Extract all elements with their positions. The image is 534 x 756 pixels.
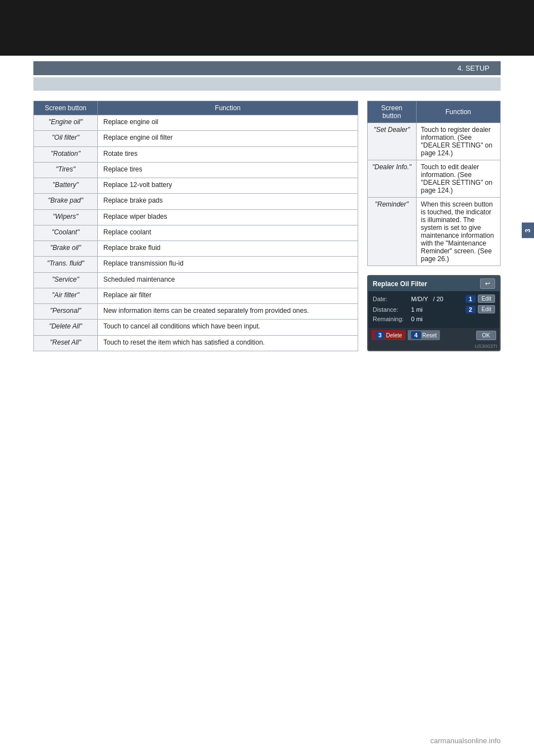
date-badge: 1: [466, 295, 476, 303]
right-table-row-1: "Dealer Info."Touch to edit dealer infor…: [368, 160, 501, 198]
left-row-function-0: Replace engine oil: [97, 115, 358, 131]
screen-body: Date: M/D/Y / 20 1 Edit Distance: 1 mi 2…: [368, 291, 500, 328]
left-row-function-6: Replace wiper blades: [97, 209, 358, 225]
left-row-function-9: Replace transmission flu-id: [97, 257, 358, 272]
side-tab: 3: [522, 223, 534, 238]
left-table-row-7: "Coolant"Replace coolant: [34, 225, 358, 240]
reset-label: Reset: [422, 332, 437, 338]
left-row-function-7: Replace coolant: [97, 225, 358, 240]
left-row-button-11: "Air filter": [34, 288, 98, 303]
left-row-function-12: New information items can be created sep…: [97, 304, 358, 320]
image-id: US3003TI: [368, 342, 500, 350]
left-table-row-1: "Oil filter"Replace engine oil filter: [34, 131, 358, 146]
left-table-row-11: "Air filter"Replace air filter: [34, 288, 358, 303]
left-row-button-4: "Battery": [34, 178, 98, 194]
left-table-row-14: "Reset All"Touch to reset the item which…: [34, 335, 358, 351]
reset-badge: 4: [411, 331, 421, 339]
left-row-button-10: "Service": [34, 272, 98, 288]
date-edit-button[interactable]: Edit: [478, 294, 495, 303]
right-row-button-1: "Dealer Info.": [368, 160, 417, 198]
right-table: Screen button Function "Set Dealer"Touch…: [367, 101, 501, 266]
screen-remaining-row: Remaining: 0 mi: [373, 316, 495, 322]
section-title: 4. SETUP: [457, 64, 490, 72]
left-table-row-6: "Wipers"Replace wiper blades: [34, 209, 358, 225]
section-header: 4. SETUP: [33, 61, 501, 75]
remaining-value: 0 mi: [411, 316, 495, 322]
right-row-button-0: "Set Dealer": [368, 123, 417, 160]
remaining-label: Remaining:: [373, 316, 409, 322]
left-row-function-4: Replace 12-volt battery: [97, 178, 358, 194]
left-row-button-1: "Oil filter": [34, 131, 98, 146]
screen-distance-row: Distance: 1 mi 2 Edit: [373, 305, 495, 313]
left-row-button-5: "Brake pad": [34, 194, 98, 209]
left-row-button-6: "Wipers": [34, 209, 98, 225]
right-row-function-1: Touch to edit dealer information. (See "…: [416, 160, 500, 198]
left-row-button-9: "Trans. fluid": [34, 257, 98, 272]
delete-label: Delete: [386, 332, 402, 338]
left-table-row-0: "Engine oil"Replace engine oil: [34, 115, 358, 131]
left-table-row-12: "Personal"New information items can be c…: [34, 304, 358, 320]
main-content: Screen button Function "Engine oil"Repla…: [33, 101, 501, 351]
left-row-function-14: Touch to reset the item which has satisf…: [97, 335, 358, 351]
reset-button[interactable]: 4 Reset: [408, 330, 440, 340]
screen-date-row: Date: M/D/Y / 20 1 Edit: [373, 294, 495, 303]
left-table-row-2: "Rotation"Rotate tires: [34, 146, 358, 162]
right-row-button-2: "Reminder": [368, 198, 417, 266]
left-table-row-3: "Tires"Replace tires: [34, 162, 358, 178]
right-row-function-2: When this screen button is touched, the …: [416, 198, 500, 266]
left-row-function-10: Scheduled maintenance: [97, 272, 358, 288]
left-row-function-1: Replace engine oil filter: [97, 131, 358, 146]
delete-button[interactable]: 3 Delete: [372, 330, 406, 340]
left-row-button-8: "Brake oil": [34, 241, 98, 257]
distance-badge: 2: [466, 306, 476, 313]
right-row-function-0: Touch to register dealer information. (S…: [416, 123, 500, 160]
right-table-row-0: "Set Dealer"Touch to register dealer inf…: [368, 123, 501, 160]
screen-footer: 3 Delete 4 Reset OK: [368, 328, 500, 342]
date-value: M/D/Y / 20: [411, 296, 463, 302]
bottom-logo: carmanualsonline.info: [431, 737, 501, 745]
left-table: Screen button Function "Engine oil"Repla…: [33, 101, 358, 351]
delete-badge: 3: [375, 331, 385, 339]
ok-button[interactable]: OK: [476, 331, 496, 340]
distance-label: Distance:: [373, 306, 409, 313]
left-row-button-2: "Rotation": [34, 146, 98, 162]
sub-header: [33, 77, 501, 91]
left-table-row-5: "Brake pad"Replace brake pads: [34, 194, 358, 209]
left-table-row-10: "Service"Scheduled maintenance: [34, 272, 358, 288]
screen-title: Replace Oil Filter: [373, 280, 427, 288]
right-section: Screen button Function "Set Dealer"Touch…: [367, 101, 501, 351]
left-col1-header: Screen button: [34, 101, 98, 115]
left-row-function-8: Replace brake fluid: [97, 241, 358, 257]
top-bar: [0, 0, 534, 56]
left-row-function-2: Rotate tires: [97, 146, 358, 162]
left-row-button-14: "Reset All": [34, 335, 98, 351]
screen-mockup: Replace Oil Filter ↩ Date: M/D/Y / 20 1 …: [367, 275, 501, 351]
left-row-function-13: Touch to cancel all conditions which hav…: [97, 320, 358, 335]
left-row-button-13: "Delete All": [34, 320, 98, 335]
left-row-function-3: Replace tires: [97, 162, 358, 178]
left-row-function-5: Replace brake pads: [97, 194, 358, 209]
left-row-button-3: "Tires": [34, 162, 98, 178]
left-table-row-9: "Trans. fluid"Replace transmission flu-i…: [34, 257, 358, 272]
left-table-row-4: "Battery"Replace 12-volt battery: [34, 178, 358, 194]
distance-edit-button[interactable]: Edit: [478, 305, 495, 313]
left-row-button-7: "Coolant": [34, 225, 98, 240]
screen-title-bar: Replace Oil Filter ↩: [368, 276, 500, 291]
left-table-row-13: "Delete All"Touch to cancel all conditio…: [34, 320, 358, 335]
screen-back-button[interactable]: ↩: [480, 278, 495, 289]
right-col2-header: Function: [416, 101, 500, 123]
left-row-button-0: "Engine oil": [34, 115, 98, 131]
left-table-row-8: "Brake oil"Replace brake fluid: [34, 241, 358, 257]
left-row-function-11: Replace air filter: [97, 288, 358, 303]
date-label: Date:: [373, 296, 409, 302]
distance-value: 1 mi: [411, 306, 463, 313]
right-table-row-2: "Reminder"When this screen button is tou…: [368, 198, 501, 266]
right-col1-header: Screen button: [368, 101, 417, 123]
left-col2-header: Function: [97, 101, 358, 115]
left-row-button-12: "Personal": [34, 304, 98, 320]
